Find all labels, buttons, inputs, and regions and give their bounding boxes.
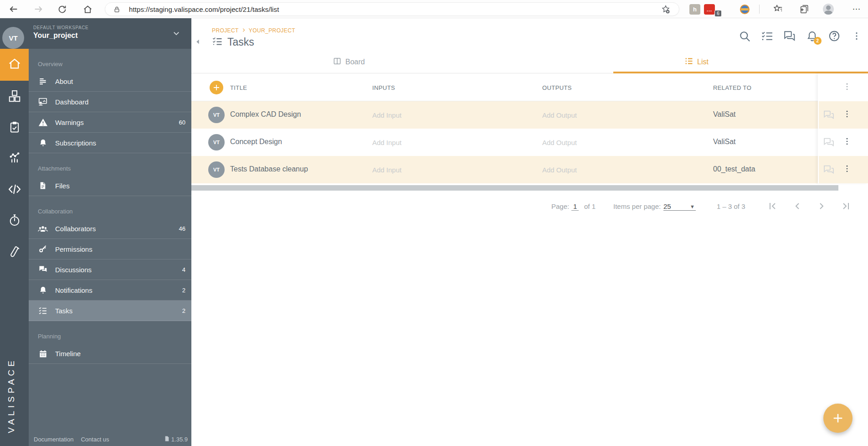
sidebar-item-permissions[interactable]: Permissions (29, 239, 191, 259)
workspace-label: DEFAULT WORKSPACE (33, 25, 88, 30)
browser-menu-icon[interactable]: ⋯ (847, 0, 866, 18)
add-output-link[interactable]: Add Output (542, 166, 577, 174)
add-input-link[interactable]: Add Input (372, 166, 401, 174)
add-output-link[interactable]: Add Output (542, 111, 577, 119)
toolbar-separator (759, 5, 760, 14)
sidebar-item-about[interactable]: About (29, 71, 191, 92)
row-discussion-icon[interactable] (822, 109, 835, 124)
row-actions (819, 129, 868, 156)
row-menu-icon[interactable] (842, 164, 852, 175)
rail-item-requirements[interactable] (0, 113, 29, 144)
breadcrumb-current[interactable]: YOUR_PROJECT (249, 27, 295, 34)
task-title[interactable]: Complex CAD Design (230, 110, 301, 119)
help-icon[interactable] (823, 28, 846, 44)
related-to-value[interactable]: 00_test_data (713, 165, 755, 173)
sidebar-item-notifications[interactable]: Notifications 2 (29, 280, 191, 301)
page-title: Tasks (227, 36, 254, 48)
column-menu-icon[interactable] (842, 82, 852, 93)
row-actions (819, 101, 868, 129)
favorites-bar-icon[interactable] (769, 0, 786, 18)
contact-us-link[interactable]: Contact us (81, 436, 109, 443)
browser-profile-avatar[interactable] (823, 4, 834, 15)
task-title[interactable]: Concept Design (230, 138, 282, 146)
task-title[interactable]: Tests Database cleanup (230, 165, 308, 173)
sidebar-item-label: About (55, 78, 73, 85)
sidebar-item-subscriptions[interactable]: Subscriptions (29, 133, 191, 153)
version-number: 1.35.9 (171, 436, 188, 443)
refresh-icon[interactable] (54, 0, 70, 18)
rail-item-analysis[interactable] (0, 144, 29, 175)
breadcrumb-root[interactable]: PROJECT (212, 27, 239, 34)
lock-icon[interactable] (113, 6, 120, 15)
chevron-down-icon[interactable] (172, 29, 180, 39)
column-header-related-to[interactable]: RELATED TO (713, 84, 751, 91)
avatar: VT (208, 134, 225, 150)
collections-icon[interactable] (796, 0, 813, 18)
table-row[interactable]: VT Tests Database cleanup Add Input Add … (191, 156, 868, 183)
sidebar: VT DEFAULT WORKSPACE Your_project (0, 18, 191, 446)
sidebar-item-label: Notifications (55, 286, 92, 294)
sidebar-item-warnings[interactable]: Warnings 60 (29, 112, 191, 133)
extension-red-icon[interactable]: ... (704, 4, 715, 15)
related-to-value[interactable]: ValiSat (713, 110, 736, 119)
sidebar-item-dashboard[interactable]: Dashboard (29, 92, 191, 112)
home-browser-icon[interactable] (79, 0, 96, 18)
workspace-header[interactable]: VT DEFAULT WORKSPACE Your_project (0, 18, 191, 49)
row-menu-icon[interactable] (842, 137, 852, 148)
add-output-link[interactable]: Add Output (542, 139, 577, 146)
row-discussion-icon[interactable] (822, 136, 835, 151)
collaborators-icon (38, 223, 48, 233)
related-to-value[interactable]: ValiSat (713, 138, 736, 146)
tasks-checklist-icon (38, 306, 48, 316)
rail-item-scripting[interactable] (0, 175, 29, 206)
forward-icon[interactable] (30, 0, 46, 18)
globe-extension-icon[interactable] (740, 5, 750, 14)
workspace-name: Your_project (33, 31, 78, 40)
notifications-header-icon[interactable]: 2 (801, 28, 823, 44)
column-header-inputs[interactable]: INPUTS (372, 84, 395, 91)
discussions-header-icon[interactable] (778, 28, 801, 44)
sidebar-item-files[interactable]: Files (29, 176, 191, 196)
section-label-overview: Overview (38, 61, 191, 67)
search-icon[interactable] (734, 28, 756, 44)
rail-item-testing[interactable] (0, 237, 29, 268)
extension-h-icon[interactable]: h (689, 4, 700, 15)
table-row[interactable]: VT Complex CAD Design Add Input Add Outp… (191, 101, 868, 129)
add-input-link[interactable]: Add Input (372, 111, 401, 119)
rail-item-components[interactable] (0, 82, 29, 113)
items-per-page-label: Items per page: (613, 202, 661, 210)
create-task-fab[interactable] (823, 404, 853, 433)
rail-item-simulations[interactable] (0, 206, 29, 237)
favorite-add-icon[interactable] (661, 5, 671, 16)
documentation-link[interactable]: Documentation (34, 436, 73, 443)
quick-tasks-icon[interactable] (756, 28, 778, 44)
horizontal-scrollbar[interactable] (191, 185, 838, 191)
column-header-title[interactable]: TITLE (230, 84, 247, 91)
page-input[interactable]: 1 (571, 202, 579, 211)
column-header-outputs[interactable]: OUTPUTS (542, 84, 572, 91)
test-tube-icon (8, 245, 21, 259)
tab-board[interactable]: Board (333, 50, 365, 73)
sidebar-item-tasks[interactable]: Tasks 2 (29, 301, 191, 321)
sidebar-item-collaborators[interactable]: Collaborators 46 (29, 218, 191, 239)
pagination-range: 1 – 3 of 3 (717, 202, 745, 210)
add-input-link[interactable]: Add Input (372, 139, 401, 146)
tab-list[interactable]: List (684, 50, 709, 73)
next-page-icon[interactable] (815, 200, 828, 213)
sidebar-item-discussions[interactable]: Discussions 4 (29, 259, 191, 280)
rail-item-home[interactable] (0, 49, 29, 81)
back-icon[interactable] (5, 0, 22, 18)
sidebar-item-timeline[interactable]: Timeline (29, 343, 191, 364)
last-page-icon[interactable] (839, 200, 852, 213)
row-menu-icon[interactable] (842, 109, 852, 120)
url-text[interactable]: https://staging.valispace.com/project/21… (129, 5, 279, 13)
items-per-page-select[interactable]: 25 ▼ (663, 202, 696, 211)
address-bar[interactable]: https://staging.valispace.com/project/21… (105, 2, 679, 16)
table-row[interactable]: VT Concept Design Add Input Add Output V… (191, 129, 868, 156)
previous-page-icon[interactable] (791, 200, 804, 213)
first-page-icon[interactable] (766, 200, 779, 213)
row-discussion-icon[interactable] (822, 164, 835, 178)
add-task-button[interactable] (210, 81, 223, 94)
more-options-icon[interactable] (846, 28, 868, 44)
collapse-sidebar-icon[interactable] (195, 38, 201, 47)
